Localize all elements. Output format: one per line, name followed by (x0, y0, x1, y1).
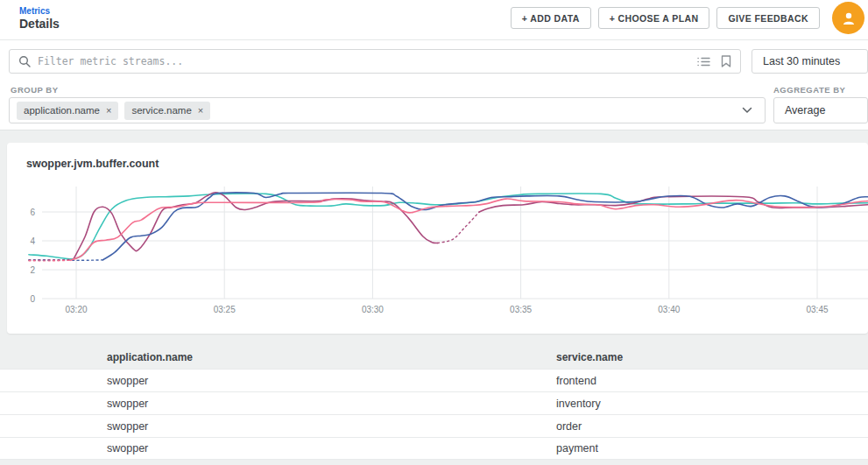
search-input[interactable] (38, 55, 697, 67)
svg-text:03:20: 03:20 (65, 305, 87, 314)
remove-tag-icon[interactable]: × (106, 105, 111, 116)
choose-a-plan-button[interactable]: + CHOOSE A PLAN (598, 7, 710, 29)
service-name-cell: payment (539, 442, 868, 454)
user-icon (841, 11, 857, 26)
search-icon (18, 55, 31, 67)
table-header-row: application.name service.name (0, 346, 868, 369)
series-table: application.name service.name swopper fr… (0, 346, 868, 460)
table-row-payment[interactable]: swopper payment (0, 437, 868, 460)
aggregate-by-select[interactable]: Average (773, 97, 868, 123)
top-section: Metrics Details + ADD DATA + CHOOSE A PL… (0, 0, 868, 130)
column-header-service-name: service.name (539, 351, 868, 363)
svg-text:03:30: 03:30 (362, 305, 384, 314)
svg-text:2: 2 (30, 265, 35, 275)
aggregate-by-value: Average (785, 104, 825, 116)
table-row-frontend[interactable]: swopper frontend (0, 369, 868, 391)
metric-chart-card: swopper.jvm.buffer.count 024603:2003:250… (7, 143, 868, 334)
table-row-order[interactable]: swopper order (0, 414, 868, 437)
avatar[interactable] (832, 2, 864, 34)
application-name-cell: swopper (89, 398, 539, 410)
svg-text:4: 4 (30, 236, 35, 246)
chevron-down-icon[interactable] (742, 107, 752, 114)
series-line-payment (29, 260, 70, 261)
series-line-inventory (438, 212, 479, 243)
time-range-select[interactable]: Last 30 minutes (752, 49, 868, 74)
group-by-label: GROUP BY (11, 85, 59, 95)
group-by-tag-application-name[interactable]: application.name × (17, 102, 118, 120)
service-name-cell: frontend (539, 375, 868, 387)
add-data-button[interactable]: + ADD DATA (511, 7, 591, 29)
svg-text:03:25: 03:25 (214, 305, 236, 314)
list-icon[interactable] (697, 56, 710, 67)
svg-text:0: 0 (30, 294, 35, 304)
application-name-cell: swopper (89, 375, 539, 387)
tag-label: application.name (24, 105, 100, 116)
application-name-cell: swopper (89, 420, 539, 433)
app-header: Metrics Details + ADD DATA + CHOOSE A PL… (0, 0, 868, 40)
metric-line-chart[interactable]: 024603:2003:2503:3003:3503:4003:45 (7, 143, 868, 334)
group-by-select[interactable]: application.name × service.name × (9, 97, 766, 123)
remove-tag-icon[interactable]: × (198, 105, 203, 116)
tag-label: service.name (131, 105, 191, 116)
bookmark-icon[interactable] (721, 55, 731, 67)
table-row-inventory[interactable]: swopper inventory (0, 391, 868, 414)
svg-text:03:35: 03:35 (510, 305, 532, 314)
svg-text:03:45: 03:45 (806, 305, 828, 314)
application-name-cell: swopper (89, 442, 539, 454)
breadcrumb[interactable]: Metrics (19, 6, 50, 16)
metric-filter-box (9, 49, 741, 74)
time-range-value: Last 30 minutes (763, 55, 840, 67)
svg-text:03:40: 03:40 (658, 305, 680, 314)
page-title: Details (19, 17, 60, 31)
service-name-cell: order (539, 420, 868, 433)
service-name-cell: inventory (539, 398, 868, 410)
group-by-tag-service-name[interactable]: service.name × (124, 102, 210, 120)
aggregate-by-label: AGGREGATE BY (773, 85, 845, 95)
svg-text:6: 6 (30, 208, 35, 217)
chart-series (29, 193, 868, 261)
header-buttons: + ADD DATA + CHOOSE A PLAN GIVE FEEDBACK (511, 7, 820, 29)
search-box-icons (697, 55, 731, 67)
column-header-application-name: application.name (89, 351, 539, 363)
give-feedback-button[interactable]: GIVE FEEDBACK (716, 7, 820, 29)
